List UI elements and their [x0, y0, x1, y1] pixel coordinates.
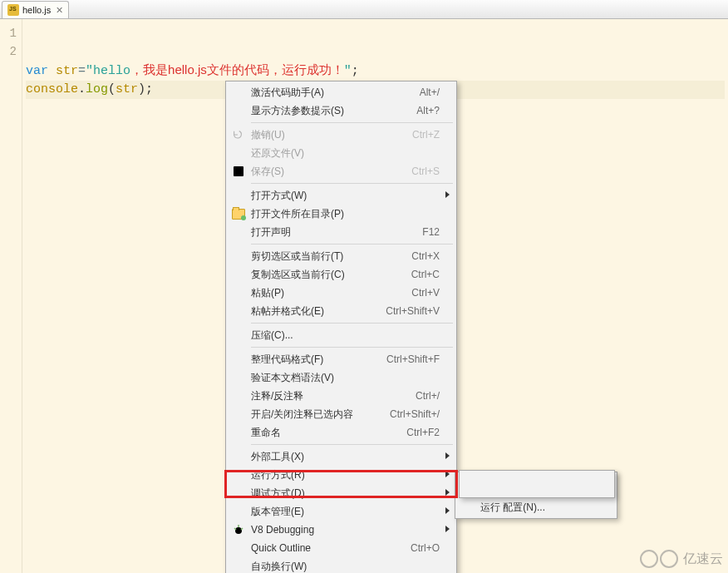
menu-separator [251, 244, 453, 245]
menu-run-as[interactable]: 运行方式(R) [228, 466, 455, 484]
menu-item-label: 整理代码格式(F) [251, 353, 386, 367]
menu-item-label: 打开方式(W) [251, 189, 440, 203]
menu-toggle-comment[interactable]: 注释/反注释 Ctrl+/ [228, 387, 455, 405]
line-number: 1 [0, 24, 22, 42]
menu-validate[interactable]: 验证本文档语法(V) [228, 368, 455, 387]
menu-paste-formatted[interactable]: 粘帖并格式化(E) Ctrl+Shift+V [228, 302, 455, 320]
menu-item-label: 剪切选区或当前行(T) [251, 249, 411, 264]
menu-version-control[interactable]: 版本管理(E) [228, 502, 455, 521]
menu-open-declaration[interactable]: 打开声明 F12 [228, 223, 455, 241]
menu-item-label: 还原文件(V) [251, 146, 440, 161]
submenu-arrow-icon [445, 471, 450, 477]
menu-item-label: 激活代码助手(A) [251, 86, 420, 100]
menu-item-shortcut: Ctrl+F2 [406, 427, 440, 438]
menu-rename[interactable]: 重命名 Ctrl+F2 [228, 423, 455, 442]
token-punc: ( [108, 82, 116, 96]
save-icon [232, 165, 245, 178]
menu-item-label: V8 Debugging [251, 524, 440, 536]
tab-hello-js[interactable]: hello.js ✕ [2, 1, 69, 18]
menu-auto-wrap[interactable]: 自动换行(W) [228, 557, 455, 573]
token-op: = [78, 64, 86, 78]
svg-line-5 [241, 528, 243, 530]
menu-cut[interactable]: 剪切选区或当前行(T) Ctrl+X [228, 247, 455, 265]
menu-item-label: 自动换行(W) [251, 560, 440, 574]
menu-item-label: 运行方式(R) [251, 468, 440, 482]
code-line: var str="hello，我是hello.js文件的代码，运行成功！"; [26, 61, 725, 81]
editor-tabbar: hello.js ✕ [0, 0, 728, 19]
token-punc: . [78, 82, 86, 96]
menu-open-folder[interactable]: 打开文件所在目录(P) [228, 205, 455, 223]
menu-separator [480, 495, 613, 496]
token-ident: console [26, 82, 78, 96]
folder-icon [232, 207, 245, 220]
watermark-logo-icon [640, 550, 678, 568]
token-ident: str [56, 64, 78, 78]
svg-rect-1 [236, 166, 241, 170]
menu-item-label: 显示方法参数提示(S) [251, 104, 416, 118]
tab-label: hello.js [22, 5, 51, 15]
menu-quick-outline[interactable]: Quick Outline Ctrl+O [228, 539, 455, 557]
menu-item-label: 保存(S) [251, 165, 411, 179]
menu-item-label: 运行 配置(N)... [480, 501, 600, 515]
menu-separator [251, 444, 453, 445]
watermark-text: 亿速云 [683, 551, 723, 568]
menu-item-shortcut: F12 [422, 226, 440, 238]
menu-toggle-comment-selection[interactable]: 开启/关闭注释已选内容 Ctrl+Shift+/ [228, 405, 455, 423]
submenu-arrow-icon [445, 191, 450, 198]
menu-item-label: 打开文件所在目录(P) [251, 207, 440, 221]
menu-activate-code-helper[interactable]: 激活代码助手(A) Alt+/ [228, 83, 455, 101]
svg-line-4 [234, 528, 236, 530]
menu-v8-debugging[interactable]: V8 Debugging [228, 521, 455, 539]
menu-item-shortcut: Ctrl+Shift+/ [390, 408, 440, 420]
menu-item-label: 版本管理(E) [251, 505, 440, 519]
menu-item-shortcut: Alt+/ [420, 86, 440, 98]
menu-item-label: Quick Outline [251, 542, 411, 554]
menu-save: 保存(S) Ctrl+S [228, 162, 455, 180]
menu-item-shortcut: Ctrl+S [411, 165, 440, 177]
menu-format-code[interactable]: 整理代码格式(F) Ctrl+Shift+F [228, 350, 455, 368]
menu-item-shortcut: Ctrl+/ [416, 390, 440, 402]
js-file-icon [7, 4, 19, 16]
menu-separator [251, 347, 453, 348]
token-method: log [86, 82, 108, 96]
menu-item-label: 验证本文档语法(V) [251, 371, 440, 385]
menu-debug-as[interactable]: 调试方式(D) [228, 484, 455, 502]
token-string: ，我是hello.js文件的代码，运行成功！ [130, 62, 344, 77]
menu-item-label: 调试方式(D) [251, 487, 440, 501]
context-menu: 激活代码助手(A) Alt+/ 显示方法参数提示(S) Alt+? 撤销(U) … [225, 81, 457, 573]
token-punc: ; [145, 82, 153, 96]
menu-item-label: 注释/反注释 [251, 389, 416, 403]
menu-item-shortcut: Ctrl+V [411, 287, 440, 299]
token-punc: ) [138, 82, 145, 96]
token-punc: ; [352, 64, 359, 78]
submenu-node-application[interactable]: JS 1 Node Application [457, 474, 615, 492]
menu-separator [251, 323, 453, 324]
menu-item-shortcut: Ctrl+C [411, 269, 440, 280]
menu-item-label: 打开声明 [251, 225, 422, 240]
menu-open-with[interactable]: 打开方式(W) [228, 186, 455, 205]
svg-point-2 [235, 527, 242, 534]
menu-paste[interactable]: 粘贴(P) Ctrl+V [228, 284, 455, 302]
menu-item-shortcut: Alt+? [416, 105, 440, 116]
menu-item-shortcut: Ctrl+O [411, 542, 440, 554]
token-string: " [344, 64, 352, 78]
token-ident: str [116, 82, 138, 96]
submenu-arrow-icon [445, 526, 450, 532]
menu-item-label: 开启/关闭注释已选内容 [251, 408, 390, 422]
submenu-arrow-icon [445, 489, 450, 496]
menu-separator [251, 183, 453, 184]
menu-item-label: 1 Node Application [480, 477, 600, 489]
submenu-run-config[interactable]: 运行 配置(N)... [457, 498, 615, 516]
menu-copy[interactable]: 复制选区或当前行(C) Ctrl+C [228, 265, 455, 284]
token-keyword: var [26, 64, 48, 78]
close-icon[interactable]: ✕ [56, 5, 63, 16]
menu-external-tools[interactable]: 外部工具(X) [228, 447, 455, 466]
line-number-gutter: 1 2 [0, 19, 22, 573]
menu-compress[interactable]: 压缩(C)... [228, 326, 455, 344]
menu-item-label: 撤销(U) [251, 128, 412, 142]
menu-show-params[interactable]: 显示方法参数提示(S) Alt+? [228, 101, 455, 120]
menu-revert-file: 还原文件(V) [228, 144, 455, 162]
menu-item-label: 压缩(C)... [251, 328, 440, 343]
menu-item-label: 粘帖并格式化(E) [251, 304, 386, 319]
menu-undo: 撤销(U) Ctrl+Z [228, 126, 455, 144]
